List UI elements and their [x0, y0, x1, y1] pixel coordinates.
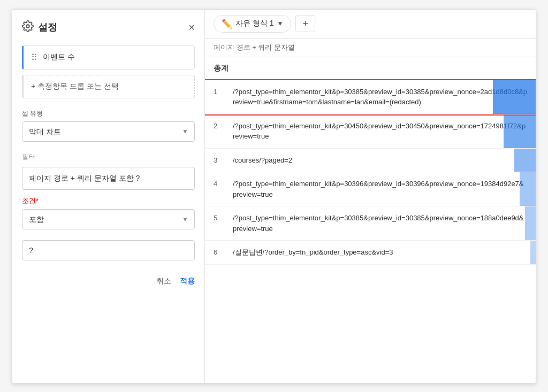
footer-buttons: 취소 적용	[22, 276, 195, 286]
svg-point-0	[26, 25, 29, 28]
sub-header: 페이지 경로 + 쿼리 문자열	[205, 39, 536, 57]
row-number: 5	[214, 214, 226, 222]
bar-chart-bar	[530, 241, 536, 264]
row-url: /?post_type=thim_elementor_kit&p=30396&p…	[233, 179, 527, 199]
panel-title: 설정	[22, 20, 57, 35]
tab-dropdown-icon: ▼	[277, 20, 284, 27]
filter-description: 페이지 경로 + 쿼리 문자열 포함 ?	[22, 167, 195, 190]
table-row: 1 /?post_type=thim_elementor_kit&p=30385…	[205, 80, 536, 114]
panel-header: 설정 ×	[22, 20, 195, 35]
add-metric-item[interactable]: + 측정항목 드롭 또는 선택	[22, 75, 195, 98]
add-metric-label: + 측정항목 드롭 또는 선택	[31, 82, 119, 91]
row-number: 1	[214, 88, 226, 96]
row-number: 2	[214, 122, 226, 130]
total-row: 총계	[205, 57, 536, 80]
event-count-item[interactable]: ⠿ 이벤트 수	[22, 45, 195, 70]
right-panel: ✏️ 자유 형식 1 ▼ + 페이지 경로 + 쿼리 문자열 총계 1 /?po…	[205, 10, 536, 383]
gear-icon	[22, 20, 34, 35]
filter-label: 필터	[22, 152, 195, 162]
row-number: 6	[214, 248, 226, 256]
cell-type-select[interactable]: 막대 차트	[22, 121, 195, 142]
edit-icon: ✏️	[222, 19, 232, 29]
row-url: /?post_type=thim_elementor_kit&p=30450&p…	[233, 121, 527, 142]
table-row: 4 /?post_type=thim_elementor_kit&p=30396…	[205, 172, 536, 206]
row-url: /?post_type=thim_elementor_kit&p=30385&p…	[233, 213, 527, 234]
right-header: ✏️ 자유 형식 1 ▼ +	[205, 10, 536, 39]
bar-chart-bar	[525, 206, 536, 240]
filter-value-input[interactable]	[22, 240, 195, 260]
cell-type-select-wrapper: 막대 차트 ▼	[22, 121, 195, 142]
add-tab-button[interactable]: +	[295, 15, 315, 32]
table-row: 3 /courses/?paged=2	[205, 149, 536, 173]
condition-select-wrapper: 포함제외같음다름 ▼	[22, 209, 195, 229]
row-url: /courses/?paged=2	[233, 155, 527, 166]
apply-button[interactable]: 적용	[180, 276, 195, 286]
event-count-label: 이벤트 수	[43, 52, 75, 62]
drag-icon: ⠿	[31, 52, 37, 63]
table-row: 6 /질문답변/?order_by=fn_pid&order_type=asc&…	[205, 241, 536, 265]
condition-label: 조건*	[22, 196, 195, 206]
row-number: 4	[214, 180, 226, 188]
row-url: /질문답변/?order_by=fn_pid&order_type=asc&vi…	[233, 247, 527, 258]
tab-label: 자유 형식 1	[235, 19, 274, 28]
cancel-button[interactable]: 취소	[156, 276, 171, 286]
panel-title-text: 설정	[38, 21, 57, 34]
tab-free-form-1[interactable]: ✏️ 자유 형식 1 ▼	[214, 15, 291, 33]
settings-panel: 설정 × ⠿ 이벤트 수 + 측정항목 드롭 또는 선택 셀 유형 막대 차트 …	[12, 10, 205, 383]
bar-chart-bar	[493, 80, 536, 114]
bar-chart-bar	[514, 149, 536, 172]
close-button[interactable]: ×	[188, 22, 195, 33]
bar-chart-bar	[520, 172, 536, 206]
table-row: 2 /?post_type=thim_elementor_kit&p=30450…	[205, 114, 536, 149]
row-number: 3	[214, 156, 226, 164]
data-table: 총계 1 /?post_type=thim_elementor_kit&p=30…	[205, 57, 536, 383]
bar-chart-bar	[504, 114, 536, 148]
cell-type-label: 셀 유형	[22, 109, 195, 118]
row-url: /?post_type=thim_elementor_kit&p=30385&p…	[233, 87, 527, 107]
condition-select[interactable]: 포함제외같음다름	[22, 209, 195, 229]
table-row: 5 /?post_type=thim_elementor_kit&p=30385…	[205, 206, 536, 241]
